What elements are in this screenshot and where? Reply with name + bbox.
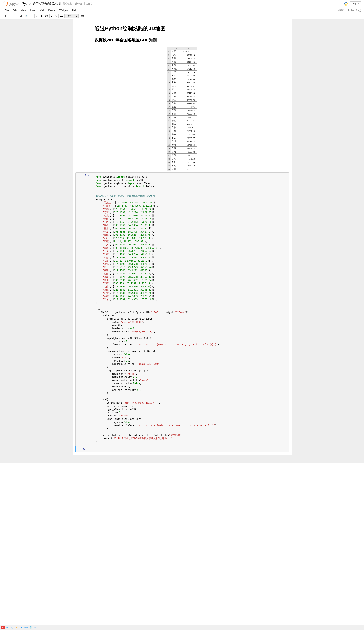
toolbar: 🖫 ✚ ✂ 🗐 📋 ↑ ↓ ▶ 运行 ■ ↻ ▶▶ 代码 ⌨ (0, 13, 364, 19)
save-button[interactable]: 🖫 (3, 14, 8, 18)
input-prompt: In [12]: (76, 173, 94, 445)
menu-edit[interactable]: Edit (11, 8, 19, 13)
kernel-name[interactable]: Python 3 (348, 9, 357, 12)
input-prompt-empty: In [ ]: (76, 447, 95, 452)
python-icon (344, 1, 348, 6)
restart-button[interactable]: ↻ (54, 14, 59, 18)
checkpoint-status: 最后检查: 2 分钟前 (自动保存) (63, 2, 93, 6)
move-up-button[interactable]: ↑ (30, 14, 34, 18)
logo-text: jupyter (9, 2, 20, 6)
menu-cell[interactable]: Cell (38, 8, 46, 13)
markdown-cell-subtitle[interactable]: 数据以2019年全国各地区GDP为例 (75, 34, 289, 45)
jupyter-icon (3, 1, 8, 6)
code-cell-main[interactable]: In [12]: from pyecharts import options a… (75, 172, 289, 446)
run-button[interactable]: ▶ 运行 (39, 14, 49, 18)
command-palette-button[interactable]: ⌨ (79, 14, 85, 18)
menu-kernel[interactable]: Kernel (46, 8, 57, 13)
celltype-select[interactable]: 代码 (65, 14, 78, 18)
trusted-indicator[interactable]: 可信的 (338, 9, 345, 12)
menu-help[interactable]: Help (70, 8, 79, 13)
menu-insert[interactable]: Insert (28, 8, 38, 13)
move-down-button[interactable]: ↓ (34, 14, 39, 18)
code-input[interactable]: from pyecharts import options as opts fr… (95, 174, 288, 444)
interrupt-button[interactable]: ■ (49, 14, 54, 18)
logout-button[interactable]: Logout (350, 1, 361, 6)
notebook-title[interactable]: Python绘制炫酷的3D地图 (22, 1, 61, 6)
restart-run-button[interactable]: ▶▶ (58, 14, 64, 18)
paste-button[interactable]: 📋 (24, 14, 29, 18)
data-table-output: AB 1地区2019年 2北京35371.283天津14104.284河北351… (75, 47, 289, 171)
add-cell-button[interactable]: ✚ (9, 14, 13, 18)
code-cell-empty[interactable]: In [ ]: (75, 446, 289, 452)
menu-file[interactable]: File (3, 8, 11, 13)
notebook-header: jupyter Python绘制炫酷的3D地图 最后检查: 2 分钟前 (自动保… (0, 0, 364, 8)
menu-view[interactable]: View (19, 8, 28, 13)
cut-button[interactable]: ✂ (14, 14, 19, 18)
page-title: 通过Python绘制炫酷的3D地图 (95, 25, 288, 32)
copy-button[interactable]: 🗐 (19, 14, 24, 18)
gdp-table: AB 1地区2019年 2北京35371.283天津14104.284河北351… (167, 47, 197, 171)
menubar: File Edit View Insert Cell Kernel Widget… (0, 8, 364, 13)
page-subtitle: 数据以2019年全国各地区GDP为例 (95, 37, 288, 43)
notebook-container: 通过Python绘制炫酷的3D地图 数据以2019年全国各地区GDP为例 AB … (73, 19, 292, 455)
jupyter-logo: jupyter (3, 1, 20, 6)
menu-widgets[interactable]: Widgets (57, 8, 70, 13)
kernel-indicator-icon (359, 9, 361, 12)
markdown-cell-title[interactable]: 通过Python绘制炫酷的3D地图 (75, 22, 289, 34)
